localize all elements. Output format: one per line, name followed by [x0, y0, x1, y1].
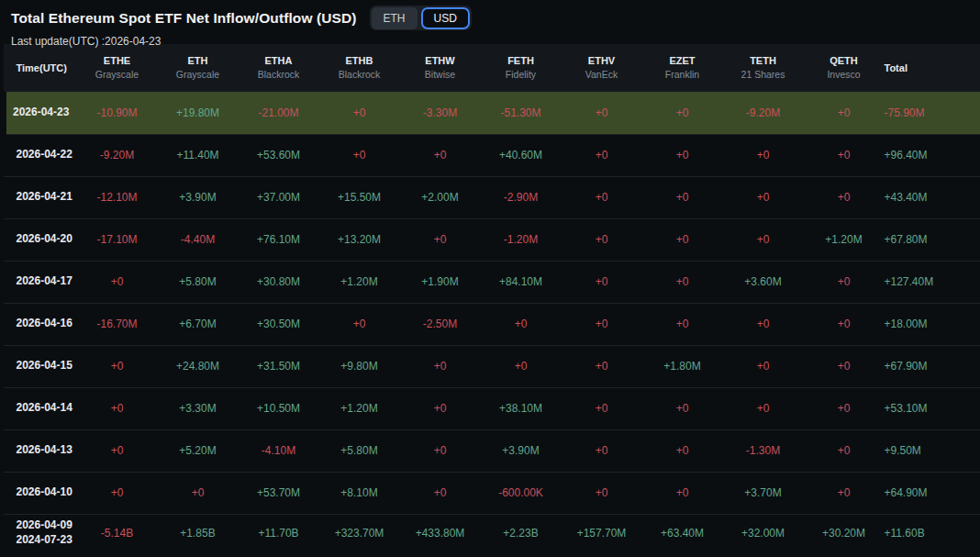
cell-value: +0	[804, 261, 885, 303]
cell-value: -2.90M	[481, 176, 562, 218]
cell-value: +0	[400, 429, 481, 472]
table-row: 2026-04-16-16.70M+6.70M+30.50M+0-2.50M+0…	[4, 303, 980, 345]
cell-value: +15.50M	[319, 176, 400, 218]
row-date: 2026-04-13	[4, 429, 77, 472]
cell-value: +323.70M	[319, 514, 400, 551]
cell-value: +0	[562, 345, 642, 387]
cell-value: +0	[319, 92, 400, 134]
cell-total: +11.60B	[885, 514, 980, 551]
cell-value: +0	[804, 92, 885, 134]
cell-value: +30.20M	[804, 514, 885, 551]
cell-value: +53.60M	[239, 134, 319, 176]
cell-value: +0	[77, 345, 158, 387]
cell-value: +2.00M	[400, 176, 481, 218]
cell-value: +0	[642, 134, 723, 176]
cell-value: +3.90M	[158, 176, 239, 218]
row-date: 2026-04-20	[4, 218, 77, 261]
cell-value: -17.10M	[77, 218, 158, 261]
row-date: 2026-04-092024-07-23	[4, 514, 77, 551]
cell-value: -51.30M	[481, 92, 562, 134]
cell-value: +1.90M	[400, 261, 481, 303]
column-header-ezet: EZETFranklin	[642, 44, 723, 92]
cell-value: +3.70M	[723, 472, 804, 514]
cell-value: +0	[77, 261, 158, 303]
cell-total: +18.00M	[885, 303, 980, 345]
cell-total: +96.40M	[885, 134, 980, 176]
cell-value: +1.20M	[319, 387, 400, 429]
table-row: 2026-04-23-10.90M+19.80M-21.00M+0-3.30M-…	[4, 92, 980, 134]
cell-value: +0	[723, 176, 804, 218]
cell-value: +157.70M	[562, 514, 642, 551]
cell-value: +0	[400, 387, 481, 429]
cell-value: +0	[400, 134, 481, 176]
row-date: 2026-04-14	[4, 387, 77, 429]
column-header-time: Time(UTC)	[4, 44, 77, 92]
column-header-ethv: ETHVVanEck	[562, 44, 642, 92]
cell-value: +13.20M	[319, 218, 400, 261]
cell-value: -1.30M	[723, 429, 804, 472]
cell-value: +0	[723, 387, 804, 429]
cell-value: +0	[723, 218, 804, 261]
cell-value: +0	[481, 345, 562, 387]
cell-value: +0	[562, 218, 642, 261]
cell-value: +433.80M	[400, 514, 481, 551]
page-title: Total Ethereum Spot ETF Net Inflow/Outfl…	[11, 10, 357, 27]
cell-value: +1.80M	[642, 345, 723, 387]
cell-value: +0	[562, 261, 642, 303]
cell-value: +19.80M	[158, 92, 239, 134]
cell-total: +53.10M	[885, 387, 980, 429]
cell-value: +0	[804, 472, 885, 514]
toggle-usd-button[interactable]: USD	[421, 7, 470, 29]
table-row: 2026-04-13+0+5.20M-4.10M+5.80M+0+3.90M+0…	[4, 429, 980, 472]
cell-value: +0	[400, 218, 481, 261]
cell-value: +76.10M	[239, 218, 319, 261]
cell-value: +2.23B	[481, 514, 562, 551]
column-header-qeth: QETHInvesco	[804, 44, 885, 92]
cell-value: +0	[804, 345, 885, 387]
cell-value: +10.50M	[239, 387, 319, 429]
cell-value: +0	[804, 303, 885, 345]
cell-value: +30.80M	[239, 261, 319, 303]
cell-value: +0	[400, 472, 481, 514]
cell-value: +32.00M	[723, 514, 804, 551]
etf-flow-table: Time(UTC)ETHEGrayscaleETHGrayscaleETHABl…	[0, 44, 980, 551]
cell-value: -4.40M	[158, 218, 239, 261]
cell-value: -12.10M	[77, 176, 158, 218]
column-header-teth: TETH21 Shares	[723, 44, 804, 92]
cell-total: +67.80M	[885, 218, 980, 261]
column-header-total: Total	[885, 44, 980, 92]
cell-value: -5.14B	[77, 514, 158, 551]
toggle-eth-button[interactable]: ETH	[372, 7, 418, 29]
column-header-etha: ETHABlackrock	[239, 44, 319, 92]
table-row: 2026-04-17+0+5.80M+30.80M+1.20M+1.90M+84…	[4, 261, 980, 303]
cell-value: +0	[562, 387, 642, 429]
column-header-ethw: ETHWBitwise	[400, 44, 481, 92]
cell-value: +0	[562, 303, 642, 345]
cell-value: +0	[319, 134, 400, 176]
cell-value: -9.20M	[723, 92, 804, 134]
cell-value: -16.70M	[77, 303, 158, 345]
cell-value: +5.20M	[158, 429, 239, 472]
row-date: 2026-04-15	[4, 345, 77, 387]
row-date: 2026-04-17	[4, 261, 77, 303]
cell-value: +0	[642, 303, 723, 345]
cell-value: +1.20M	[319, 261, 400, 303]
column-header-feth: FETHFidelity	[481, 44, 562, 92]
column-header-ethe: ETHEGrayscale	[77, 44, 158, 92]
cell-value: +0	[562, 429, 642, 472]
cell-value: +40.60M	[481, 134, 562, 176]
cell-value: +0	[642, 261, 723, 303]
cell-value: +0	[723, 303, 804, 345]
cell-value: -4.10M	[239, 429, 319, 472]
cell-value: +0	[642, 429, 723, 472]
cell-value: +84.10M	[481, 261, 562, 303]
cell-value: -9.20M	[77, 134, 158, 176]
table-row: 2026-04-15+0+24.80M+31.50M+9.80M+0+0+0+1…	[4, 345, 980, 387]
cell-value: +31.50M	[239, 345, 319, 387]
cell-value: +0	[723, 134, 804, 176]
cell-value: +0	[723, 345, 804, 387]
cell-value: +0	[562, 92, 642, 134]
cell-value: +0	[562, 472, 642, 514]
currency-toggle: ETH USD	[370, 6, 472, 30]
cell-value: +11.70B	[239, 514, 319, 551]
